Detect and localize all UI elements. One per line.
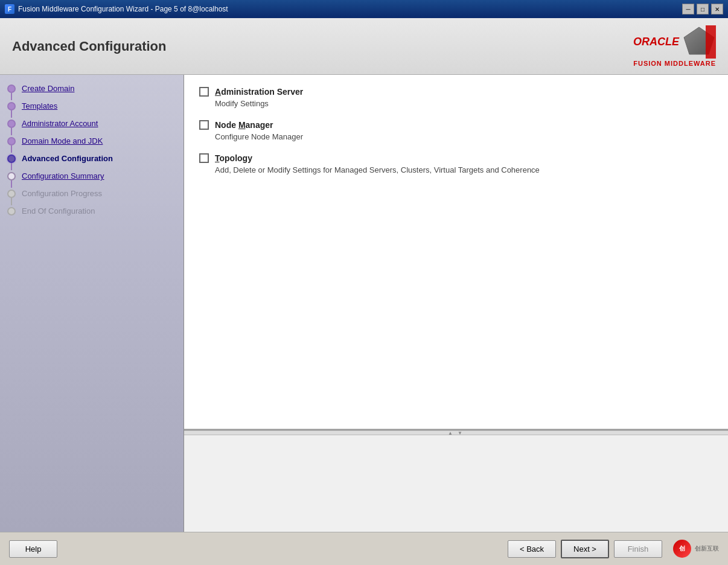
bottom-panel: ▲ ▼ xyxy=(184,429,728,532)
title-bar: F Fusion Middleware Configuration Wizard… xyxy=(0,0,728,18)
svg-rect-2 xyxy=(706,25,716,59)
option-administration-server: Administration Server Modify Settings xyxy=(199,87,713,108)
option-title-administration-server: Administration Server xyxy=(215,87,303,97)
window-title: Fusion Middleware Configuration Wizard -… xyxy=(18,5,228,13)
sidebar-label-administrator-account[interactable]: Administrator Account xyxy=(22,119,98,128)
back-button[interactable]: < Back xyxy=(508,540,556,558)
sidebar-vline-5 xyxy=(11,163,12,170)
sidebar-connector-container-6 xyxy=(6,172,17,180)
maximize-button[interactable]: □ xyxy=(697,4,709,14)
main-content: Administration Server Modify Settings No… xyxy=(184,75,728,532)
finish-button[interactable]: Finish xyxy=(614,540,662,558)
resize-dots: ▲ ▼ xyxy=(448,430,464,436)
close-button[interactable]: ✕ xyxy=(711,4,723,14)
checkbox-administration-server[interactable] xyxy=(199,87,209,97)
sidebar-item-domain-mode-jdk[interactable]: Domain Mode and JDK xyxy=(6,136,177,145)
option-header-administration-server: Administration Server xyxy=(199,87,713,97)
sidebar-dot-end-of-configuration xyxy=(7,207,16,215)
option-description-administration-server: Modify Settings xyxy=(215,99,713,108)
title-bar-controls: ─ □ ✕ xyxy=(682,4,723,14)
next-button[interactable]: Next > xyxy=(561,540,609,558)
sidebar-item-administrator-account[interactable]: Administrator Account xyxy=(6,119,177,128)
app-icon: F xyxy=(5,4,14,14)
fusion-middleware-label: FUSION MIDDLEWARE xyxy=(633,60,716,67)
sidebar: Create Domain Templates Administrato xyxy=(0,75,184,532)
sidebar-dot-configuration-summary xyxy=(7,172,16,180)
oracle-pentagon-icon xyxy=(683,25,716,59)
checkbox-topology[interactable] xyxy=(199,153,209,163)
sidebar-vline-4 xyxy=(11,145,12,153)
watermark-text: 创新互联 xyxy=(695,544,719,553)
main-window: Advanced Configuration ORACLE xyxy=(0,18,728,565)
resize-handle[interactable]: ▲ ▼ xyxy=(184,430,728,435)
minimize-button[interactable]: ─ xyxy=(682,4,694,14)
option-node-manager: Node Manager Configure Node Manager xyxy=(199,120,713,141)
sidebar-label-configuration-summary[interactable]: Configuration Summary xyxy=(22,171,104,180)
sidebar-item-configuration-summary[interactable]: Configuration Summary xyxy=(6,171,177,180)
sidebar-connector-container-2 xyxy=(6,102,17,110)
sidebar-label-create-domain[interactable]: Create Domain xyxy=(22,84,74,93)
sidebar-item-configuration-progress: Configuration Progress xyxy=(6,189,177,198)
sidebar-label-configuration-progress: Configuration Progress xyxy=(22,189,102,198)
sidebar-vline-6 xyxy=(11,180,12,188)
checkbox-node-manager[interactable] xyxy=(199,120,209,130)
option-header-node-manager: Node Manager xyxy=(199,120,713,130)
help-button[interactable]: Help xyxy=(9,540,57,558)
sidebar-label-templates[interactable]: Templates xyxy=(22,101,57,110)
sidebar-label-advanced-configuration: Advanced Configuration xyxy=(22,154,113,163)
option-header-topology: Topology xyxy=(199,153,713,163)
sidebar-connector-container-8 xyxy=(6,207,17,215)
sidebar-dot-configuration-progress xyxy=(7,190,16,198)
sidebar-vline-3 xyxy=(11,128,12,135)
option-topology: Topology Add, Delete or Modify Settings … xyxy=(199,153,713,174)
sidebar-connector-container-4 xyxy=(6,137,17,145)
footer-left: Help xyxy=(9,540,57,558)
title-bar-left: F Fusion Middleware Configuration Wizard… xyxy=(5,4,228,14)
option-description-node-manager: Configure Node Manager xyxy=(215,132,713,141)
option-title-node-manager: Node Manager xyxy=(215,120,273,130)
content-area: Create Domain Templates Administrato xyxy=(0,75,728,532)
oracle-logo-img: ORACLE xyxy=(633,25,716,59)
sidebar-vline-7 xyxy=(11,198,12,205)
sidebar-dot-create-domain xyxy=(7,85,16,93)
option-title-topology: Topology xyxy=(215,153,252,163)
header-area: Advanced Configuration ORACLE xyxy=(0,18,728,75)
sidebar-item-end-of-configuration: End Of Configuration xyxy=(6,206,177,215)
options-area: Administration Server Modify Settings No… xyxy=(184,75,728,429)
sidebar-dot-administrator-account xyxy=(7,120,16,128)
sidebar-dot-templates xyxy=(7,102,16,110)
footer-right: < Back Next > Finish 创 创新互联 xyxy=(508,540,719,558)
oracle-text: ORACLE xyxy=(633,36,679,48)
oracle-logo: ORACLE FUSION MIDDLEWARE xyxy=(633,25,716,67)
sidebar-connector-container-1 xyxy=(6,85,17,93)
sidebar-item-advanced-configuration: Advanced Configuration xyxy=(6,154,177,163)
sidebar-label-domain-mode-jdk[interactable]: Domain Mode and JDK xyxy=(22,136,103,145)
sidebar-item-templates[interactable]: Templates xyxy=(6,101,177,110)
sidebar-vline-2 xyxy=(11,110,12,118)
sidebar-label-end-of-configuration: End Of Configuration xyxy=(22,206,95,215)
sidebar-vline-1 xyxy=(11,93,12,100)
watermark: 创 创新互联 xyxy=(673,540,719,558)
sidebar-connector-container-5 xyxy=(6,155,17,163)
watermark-logo-icon: 创 xyxy=(673,540,691,558)
sidebar-connector-container-3 xyxy=(6,120,17,128)
footer-buttons: Help < Back Next > Finish 创 创新互联 xyxy=(0,532,728,565)
sidebar-dot-domain-mode-jdk xyxy=(7,137,16,145)
option-description-topology: Add, Delete or Modify Settings for Manag… xyxy=(215,165,713,174)
page-title: Advanced Configuration xyxy=(12,39,166,54)
oracle-brand-text: ORACLE xyxy=(633,36,679,48)
sidebar-item-create-domain[interactable]: Create Domain xyxy=(6,84,177,93)
sidebar-dot-advanced-configuration xyxy=(7,155,16,163)
sidebar-connector-container-7 xyxy=(6,190,17,198)
